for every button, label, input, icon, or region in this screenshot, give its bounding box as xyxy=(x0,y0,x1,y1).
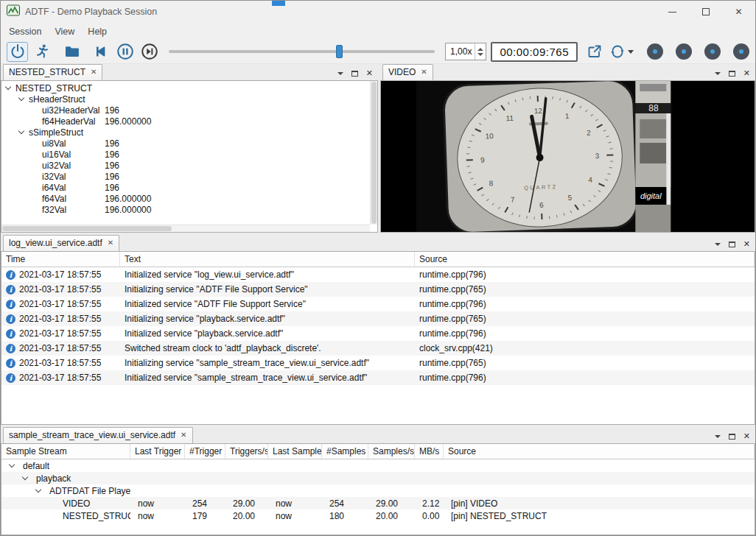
tree-row[interactable]: ui16Val196 xyxy=(1,149,377,160)
tree-row[interactable]: sHeaderStruct xyxy=(1,94,377,105)
tree-row[interactable]: NESTED_STRUCT xyxy=(1,82,377,94)
column-header[interactable]: Last Sample xyxy=(268,444,322,459)
skip-to-start-button[interactable] xyxy=(90,42,111,62)
spin-up-icon[interactable] xyxy=(477,48,483,51)
tree-row[interactable]: i32Val196 xyxy=(1,171,377,182)
sample-stream-row[interactable]: default xyxy=(1,459,755,472)
menu-session[interactable]: Session xyxy=(2,24,48,39)
tree-row[interactable]: f32Val196.000000 xyxy=(1,204,377,215)
marker-button-1[interactable] xyxy=(647,43,663,60)
svg-text:3: 3 xyxy=(595,152,599,160)
slider-handle[interactable] xyxy=(336,45,343,58)
tree-row[interactable]: i64Val196 xyxy=(1,182,377,193)
tree-row[interactable]: f64HeaderVal196.000000 xyxy=(1,116,377,127)
minimize-button[interactable] xyxy=(656,1,689,23)
sample-stream-row[interactable]: playback xyxy=(1,472,755,484)
open-session-button[interactable] xyxy=(61,42,83,62)
log-row[interactable]: i2021-03-17 18:57:55Switched stream cloc… xyxy=(1,341,755,356)
slider-track[interactable] xyxy=(169,50,435,53)
log-row[interactable]: i2021-03-17 18:57:55Initializing service… xyxy=(1,311,755,326)
repeat-button[interactable] xyxy=(608,42,634,62)
tab-close-icon[interactable]: ✕ xyxy=(91,68,97,76)
maximize-button[interactable] xyxy=(689,1,722,23)
vertical-scrollbar[interactable] xyxy=(370,81,377,225)
column-header[interactable]: Sample Stream xyxy=(1,444,130,459)
horizontal-scrollbar[interactable] xyxy=(1,225,370,232)
column-header[interactable]: #Samples xyxy=(322,444,368,459)
panel-menu-icon[interactable] xyxy=(715,72,721,75)
expander-icon[interactable] xyxy=(5,84,11,90)
spin-down-icon[interactable] xyxy=(477,53,483,56)
skip-to-end-button[interactable] xyxy=(139,42,160,62)
scrollbar-thumb[interactable] xyxy=(2,226,172,231)
panel-menu-icon[interactable] xyxy=(715,243,721,246)
expander-icon[interactable] xyxy=(35,487,41,493)
column-header[interactable]: Triggers/s xyxy=(225,444,268,459)
pause-button[interactable] xyxy=(114,42,136,62)
tab-close-icon[interactable]: ✕ xyxy=(181,431,186,439)
tree-row[interactable]: sSimpleStruct xyxy=(1,127,377,138)
column-header[interactable]: Last Trigger xyxy=(130,444,185,459)
log-row[interactable]: i2021-03-17 18:57:55Initializing service… xyxy=(1,356,755,370)
log-row[interactable]: i2021-03-17 18:57:55Initialized service … xyxy=(1,326,755,341)
column-header[interactable]: #Trigger xyxy=(185,444,225,459)
tree-row[interactable]: ui32HeaderVal196 xyxy=(1,105,377,116)
column-header[interactable]: Source xyxy=(415,252,755,267)
tab-nested-struct[interactable]: NESTED_STRUCT ✕ xyxy=(3,64,102,80)
expander-icon[interactable] xyxy=(18,95,24,101)
marker-button-4[interactable] xyxy=(733,43,749,60)
repeat-menu-arrow-icon[interactable] xyxy=(628,50,634,54)
tree-row[interactable]: f64Val196.000000 xyxy=(1,193,377,204)
titlebar[interactable]: ADTF - Demo Playback Session ✕ xyxy=(1,1,755,23)
expander-icon[interactable] xyxy=(18,128,24,134)
panel-menu-icon[interactable] xyxy=(715,435,721,438)
cell xyxy=(444,484,755,497)
log-row[interactable]: i2021-03-17 18:57:55Initializing service… xyxy=(1,282,755,297)
float-panel-icon[interactable] xyxy=(351,71,358,77)
power-button[interactable] xyxy=(7,42,28,62)
column-header[interactable]: MB/s xyxy=(415,444,444,459)
expander-icon[interactable] xyxy=(9,462,15,468)
log-row[interactable]: i2021-03-17 18:57:55Initialized service … xyxy=(1,267,755,282)
expander-icon[interactable] xyxy=(22,474,28,480)
svg-text:12: 12 xyxy=(534,107,543,115)
tab-log-view[interactable]: log_view.ui_service.adtf ✕ xyxy=(3,235,119,251)
panel-menu-icon[interactable] xyxy=(337,72,343,75)
close-panel-icon[interactable]: ✕ xyxy=(743,240,750,248)
close-panel-icon[interactable]: ✕ xyxy=(366,69,373,77)
cell: 254 xyxy=(322,497,368,509)
run-live-button[interactable] xyxy=(31,42,52,62)
tab-sample-stream-trace[interactable]: sample_stream_trace_view.ui_service.adtf… xyxy=(3,427,193,443)
close-panel-icon[interactable]: ✕ xyxy=(743,69,750,77)
struct-tree: NESTED_STRUCTsHeaderStructui32HeaderVal1… xyxy=(1,81,377,215)
column-header[interactable]: Source xyxy=(444,444,755,459)
marker-button-2[interactable] xyxy=(676,43,692,60)
sample-stream-row[interactable]: ADTFDAT File Player xyxy=(1,484,755,497)
time-display[interactable]: 00:00:09:765 xyxy=(491,42,578,62)
svg-text:6: 6 xyxy=(539,201,544,209)
marker-button-3[interactable] xyxy=(704,43,721,60)
tab-close-icon[interactable]: ✕ xyxy=(421,68,427,76)
log-row[interactable]: i2021-03-17 18:57:55Initialized service … xyxy=(1,297,755,311)
sample-stream-row[interactable]: VIDEOnow25429.00now25429.002.12[pin] VID… xyxy=(1,497,755,509)
timeline-slider[interactable] xyxy=(169,44,435,59)
tree-row[interactable]: ui32Val196 xyxy=(1,160,377,171)
tab-video[interactable]: VIDEO ✕ xyxy=(382,64,433,80)
close-button[interactable]: ✕ xyxy=(722,1,755,23)
menu-help[interactable]: Help xyxy=(81,24,113,39)
float-panel-icon[interactable] xyxy=(729,241,735,247)
close-panel-icon[interactable]: ✕ xyxy=(743,432,750,440)
tab-close-icon[interactable]: ✕ xyxy=(108,239,113,247)
log-row[interactable]: i2021-03-17 18:57:55Initialized service … xyxy=(1,370,755,385)
speed-spinbox[interactable]: 1,00x xyxy=(445,43,486,60)
column-header[interactable]: Text xyxy=(120,252,415,267)
column-header[interactable]: Samples/s xyxy=(368,444,415,459)
menu-view[interactable]: View xyxy=(48,24,81,39)
scrollbar-thumb[interactable] xyxy=(371,82,377,224)
float-panel-icon[interactable] xyxy=(729,434,735,440)
export-button[interactable] xyxy=(584,42,605,62)
tree-row[interactable]: ui8Val196 xyxy=(1,138,377,149)
column-header[interactable]: Time xyxy=(1,252,120,267)
float-panel-icon[interactable] xyxy=(729,71,735,77)
sample-stream-row[interactable]: NESTED_STRUCTnow17920.00now18020.000.00[… xyxy=(1,509,755,522)
